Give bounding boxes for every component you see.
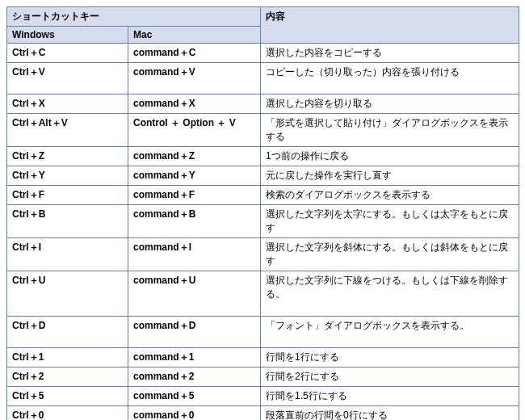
table-row: Ctrl＋Alt＋VControl ＋ Option ＋ V「形式を選択して貼り… bbox=[7, 114, 519, 147]
cell-description: コピーした（切り取った）内容を張り付ける bbox=[261, 63, 519, 94]
cell-description: 検索のダイアログボックスを表示する bbox=[261, 186, 519, 205]
cell-windows: Ctrl＋1 bbox=[7, 348, 128, 368]
cell-mac: Control ＋ Option ＋ V bbox=[128, 114, 261, 147]
cell-mac: command＋2 bbox=[128, 368, 261, 387]
cell-mac: command＋B bbox=[128, 205, 261, 238]
cell-description: 行間を2行にする bbox=[261, 368, 519, 387]
cell-windows: Ctrl＋0 bbox=[7, 406, 128, 421]
table-row: Ctrl＋Ccommand＋C選択した内容をコピーする bbox=[7, 44, 519, 63]
table-row: Ctrl＋Dcommand＋D「フォント」ダイアログボックスを表示する。 bbox=[7, 317, 519, 348]
cell-windows: Ctrl＋5 bbox=[7, 387, 128, 406]
table-row: Ctrl＋2command＋2行間を2行にする bbox=[7, 368, 519, 387]
cell-description: 行間を1.5行にする bbox=[261, 387, 519, 406]
table-row: Ctrl＋0command＋0段落直前の行間を0行にする bbox=[7, 406, 519, 421]
header-shortcut: ショートカットキー bbox=[7, 7, 261, 27]
table-row: Ctrl＋Fcommand＋F検索のダイアログボックスを表示する bbox=[7, 186, 519, 205]
cell-mac: command＋Y bbox=[128, 166, 261, 186]
cell-mac: command＋C bbox=[128, 44, 261, 63]
cell-description: 選択した文字列を太字にする。もしくは太字をもとに戻す bbox=[261, 205, 519, 238]
cell-mac: command＋0 bbox=[128, 406, 261, 421]
cell-windows: Ctrl＋Alt＋V bbox=[7, 114, 128, 147]
table-row: Ctrl＋Ycommand＋Y元に戻した操作を実行し直す bbox=[7, 166, 519, 186]
cell-description: 「形式を選択して貼り付け」ダイアログボックスを表示する bbox=[261, 114, 519, 147]
table-row: Ctrl＋Zcommand＋Z1つ前の操作に戻る bbox=[7, 147, 519, 166]
cell-windows: Ctrl＋Y bbox=[7, 166, 128, 186]
cell-description: 選択した内容をコピーする bbox=[261, 44, 519, 63]
header-row-1: ショートカットキー 内容 bbox=[7, 7, 519, 27]
cell-description: 1つ前の操作に戻る bbox=[261, 147, 519, 166]
table-row: Ctrl＋1command＋1行間を1行にする bbox=[7, 348, 519, 368]
cell-windows: Ctrl＋Z bbox=[7, 147, 128, 166]
cell-description: 選択した文字列に下線をつける。もしくは下線を削除する。 bbox=[261, 271, 519, 317]
cell-description: 元に戻した操作を実行し直す bbox=[261, 166, 519, 186]
cell-description: 選択した文字列を斜体にする。もしくは斜体をもとに戻す bbox=[261, 238, 519, 271]
cell-windows: Ctrl＋V bbox=[7, 63, 128, 94]
cell-windows: Ctrl＋B bbox=[7, 205, 128, 238]
table-row: Ctrl＋Ucommand＋U選択した文字列に下線をつける。もしくは下線を削除す… bbox=[7, 271, 519, 317]
table-row: Ctrl＋Vcommand＋Vコピーした（切り取った）内容を張り付ける bbox=[7, 63, 519, 94]
table-row: Ctrl＋Bcommand＋B選択した文字列を太字にする。もしくは太字をもとに戻… bbox=[7, 205, 519, 238]
cell-mac: command＋5 bbox=[128, 387, 261, 406]
cell-description: 段落直前の行間を0行にする bbox=[261, 406, 519, 421]
cell-windows: Ctrl＋2 bbox=[7, 368, 128, 387]
table-row: Ctrl＋Icommand＋I選択した文字列を斜体にする。もしくは斜体をもとに戻… bbox=[7, 238, 519, 271]
cell-mac: command＋D bbox=[128, 317, 261, 348]
cell-windows: Ctrl＋D bbox=[7, 317, 128, 348]
cell-windows: Ctrl＋F bbox=[7, 186, 128, 205]
cell-mac: command＋Z bbox=[128, 147, 261, 166]
cell-windows: Ctrl＋U bbox=[7, 271, 128, 317]
cell-mac: command＋V bbox=[128, 63, 261, 94]
cell-description: 行間を1行にする bbox=[261, 348, 519, 368]
cell-mac: command＋X bbox=[128, 94, 261, 114]
cell-mac: command＋1 bbox=[128, 348, 261, 368]
cell-windows: Ctrl＋I bbox=[7, 238, 128, 271]
cell-description: 「フォント」ダイアログボックスを表示する。 bbox=[261, 317, 519, 348]
table-row: Ctrl＋5command＋5行間を1.5行にする bbox=[7, 387, 519, 406]
cell-mac: command＋F bbox=[128, 186, 261, 205]
cell-mac: command＋I bbox=[128, 238, 261, 271]
header-mac: Mac bbox=[128, 27, 261, 44]
shortcut-table: ショートカットキー 内容 Windows Mac Ctrl＋Ccommand＋C… bbox=[6, 6, 519, 420]
table-row: Ctrl＋Xcommand＋X選択した内容を切り取る bbox=[7, 94, 519, 114]
cell-windows: Ctrl＋X bbox=[7, 94, 128, 114]
cell-mac: command＋U bbox=[128, 271, 261, 317]
cell-description: 選択した内容を切り取る bbox=[261, 94, 519, 114]
cell-windows: Ctrl＋C bbox=[7, 44, 128, 63]
header-windows: Windows bbox=[7, 27, 128, 44]
header-content: 内容 bbox=[261, 7, 519, 44]
